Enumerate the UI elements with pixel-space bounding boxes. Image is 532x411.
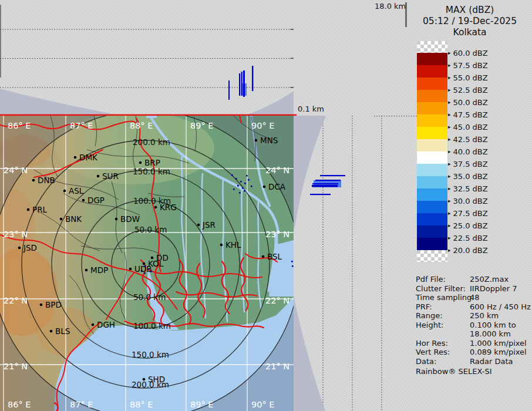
city-dot (263, 186, 266, 188)
dbz-tick: ▸30.0 dBZ (448, 196, 488, 206)
meta-value: 600 Hz / 450 Hz (470, 302, 531, 312)
echo-dot (242, 187, 244, 189)
longitude-label: 87° E (70, 400, 93, 409)
echo-dot (235, 178, 237, 180)
radar-map-panel: MNSDMKBRPSURDNBDCAASLDGPPRLKRGBNKBDWJSRK… (0, 116, 294, 411)
echo-dot (244, 190, 245, 192)
tick-arrow-icon: ▸ (448, 247, 451, 253)
longitude-label: 90° E (251, 400, 274, 409)
city-label: PRL (32, 205, 48, 214)
echo-bar (243, 70, 245, 97)
echo-dot (240, 181, 242, 183)
meta-label: Pdf File: (416, 275, 470, 284)
city-label: KHL (225, 240, 241, 250)
city-label: BLS (55, 326, 70, 336)
dbz-tick: ▸37.5 dBZ (448, 159, 488, 169)
city-dot (32, 179, 35, 182)
no-coverage-wedge (294, 296, 325, 411)
meta-label: Range: (416, 311, 470, 321)
city-dot (18, 247, 21, 250)
city-dot (27, 208, 30, 211)
echo-bar (312, 183, 338, 184)
longitude-label: 87° E (70, 121, 93, 130)
meta-label: Vert Res: (416, 348, 470, 357)
meta-value: 18.000 km (470, 329, 531, 339)
dbz-band (417, 139, 447, 151)
no-data-band (417, 41, 447, 53)
echo-dot (246, 175, 248, 177)
dbz-colorbar (417, 41, 447, 262)
meta-label: PRF: (416, 302, 470, 312)
meta-value: 0.100 km to (470, 321, 531, 330)
echo-dot (292, 265, 294, 267)
dbz-band (417, 53, 447, 65)
longitude-label: 89° E (190, 121, 213, 130)
tick-label: 57.5 dBZ (453, 61, 488, 70)
city-label: BPD (45, 300, 62, 309)
city-dot (197, 224, 200, 227)
city-label: DGH (97, 320, 115, 329)
range-ring-label: 200.0 km (132, 380, 169, 389)
tick-arrow-icon: ▸ (448, 149, 451, 154)
height-axis-min-label: 0.1 km (298, 105, 324, 113)
axis-tick (291, 29, 294, 30)
city-dot (115, 218, 118, 221)
tick-arrow-icon: ▸ (448, 186, 451, 191)
meta-label: Height: (416, 321, 470, 330)
echo-bar (320, 175, 345, 176)
no-coverage-wedge (0, 89, 121, 116)
dbz-tick: ▸42.5 dBZ (448, 134, 488, 144)
city-dot (92, 324, 95, 326)
tick-label: 22.5 dBZ (453, 234, 488, 242)
dbz-band (417, 90, 447, 102)
city-dot (85, 269, 88, 272)
meta-value: 0.089 km/pixel (470, 348, 531, 357)
echo-dot (237, 185, 239, 187)
tick-label: 27.5 dBZ (453, 209, 488, 218)
station-name: Kolkata (408, 27, 532, 38)
meta-value: 1.000 km/pixel (470, 339, 531, 348)
echo-dot (251, 186, 252, 187)
dbz-band (417, 213, 447, 225)
city-dot (60, 218, 63, 221)
city-label: MDP (90, 265, 108, 275)
city-dot (74, 156, 77, 159)
echo-dot (291, 261, 293, 262)
dbz-tick: ▸47.5 dBZ (448, 110, 488, 119)
dbz-tick: ▸55.0 dBZ (448, 73, 488, 82)
city-dot (129, 268, 132, 271)
echo-bar (312, 185, 338, 187)
dbz-tick: ▸57.5 dBZ (448, 60, 488, 70)
tick-label: 60.0 dBZ (453, 49, 488, 58)
city-label: BSL (267, 252, 282, 261)
latitude-label: 24° N (4, 166, 28, 175)
echo-bar (310, 194, 331, 195)
dbz-band (417, 127, 447, 139)
axis-tick (291, 58, 294, 59)
product-title: MAX (dBZ) (408, 5, 532, 16)
tick-label: 50.0 dBZ (453, 98, 488, 107)
tick-arrow-icon: ▸ (448, 136, 451, 142)
city-dot (40, 304, 43, 306)
range-ring-label: 100.0 km (133, 196, 171, 206)
tick-label: 32.5 dBZ (453, 184, 488, 193)
radar-max-display: 18.0 km 0.1 km (0, 0, 532, 411)
dbz-band (417, 65, 447, 78)
meta-value: IIRDoppler 7 (470, 284, 531, 294)
range-ring-label: 50.0 km (134, 225, 167, 234)
tick-label: 40.0 dBZ (453, 147, 488, 156)
vertical-projection-right-panel (294, 116, 419, 411)
latitude-label: 23° N (265, 230, 289, 239)
dbz-tick: ▸22.5 dBZ (448, 233, 488, 242)
tick-label: 47.5 dBZ (453, 110, 488, 119)
no-coverage-wedge (294, 116, 326, 231)
vertical-projection-top-panel (0, 0, 297, 116)
dbz-tick: ▸60.0 dBZ (448, 48, 488, 58)
tick-arrow-icon: ▸ (448, 210, 451, 216)
tick-label: 52.5 dBZ (453, 86, 488, 95)
echo-dot (233, 188, 235, 190)
longitude-label: 88° E (130, 121, 153, 130)
dbz-band (417, 78, 447, 90)
frame-artifact-mark (405, 2, 407, 27)
panel-axis-mark (0, 5, 1, 78)
